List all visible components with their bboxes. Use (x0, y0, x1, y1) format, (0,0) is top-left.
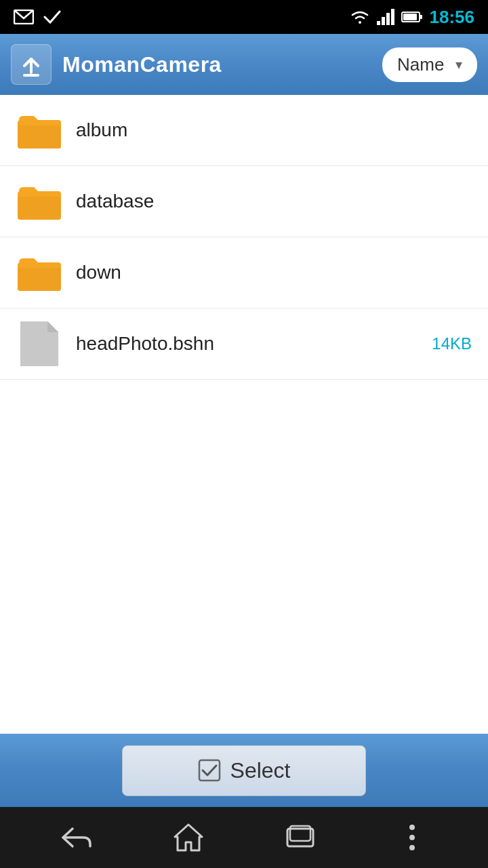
select-button[interactable]: Select (122, 745, 366, 796)
list-item[interactable]: down (0, 237, 488, 309)
svg-marker-11 (47, 321, 58, 332)
sort-dropdown[interactable]: Name ▾ (382, 47, 477, 82)
file-name: database (76, 191, 472, 212)
toolbar: MomanCamera Name ▾ (0, 34, 488, 95)
back-button[interactable] (11, 44, 52, 85)
back-arrow-icon (19, 52, 43, 77)
svg-point-16 (409, 825, 415, 830)
more-options-icon (407, 823, 417, 852)
status-right-icons: 18:56 (350, 7, 475, 28)
list-item[interactable]: album (0, 95, 488, 166)
file-list: album database down hea (0, 95, 488, 734)
svg-marker-13 (175, 825, 202, 850)
email-icon (14, 9, 34, 24)
svg-rect-4 (391, 9, 394, 25)
check-icon (43, 9, 61, 24)
svg-rect-3 (386, 13, 390, 25)
select-checkbox-icon (198, 759, 221, 782)
bottom-bar: Select (0, 734, 488, 807)
home-nav-button[interactable] (161, 817, 216, 858)
svg-rect-6 (420, 15, 422, 19)
chevron-down-icon: ▾ (455, 56, 462, 73)
recents-nav-button[interactable] (273, 817, 327, 858)
file-name: headPhoto.bshn (76, 333, 425, 355)
menu-nav-button[interactable] (385, 817, 439, 858)
folder-icon (16, 178, 62, 224)
toolbar-title: MomanCamera (62, 52, 371, 77)
file-name: album (76, 119, 472, 141)
nav-bar (0, 807, 488, 868)
signal-icon (377, 9, 394, 25)
back-nav-button[interactable] (49, 817, 104, 858)
list-item[interactable]: headPhoto.bshn 14KB (0, 309, 488, 380)
back-nav-icon (60, 825, 93, 850)
svg-point-17 (409, 835, 415, 840)
svg-point-18 (409, 845, 415, 850)
select-label: Select (230, 758, 291, 783)
svg-rect-1 (377, 21, 380, 25)
wifi-icon (350, 9, 370, 25)
sort-label: Name (397, 54, 444, 75)
home-nav-icon (174, 823, 203, 852)
svg-rect-2 (382, 17, 385, 25)
battery-icon (401, 11, 423, 23)
folder-icon (16, 107, 62, 153)
status-time: 18:56 (430, 7, 475, 28)
svg-rect-14 (287, 829, 313, 846)
status-bar: 18:56 (0, 0, 488, 34)
recents-nav-icon (285, 825, 316, 850)
status-left-icons (14, 9, 61, 24)
list-item[interactable]: database (0, 166, 488, 237)
file-name: down (76, 262, 472, 283)
svg-rect-7 (403, 14, 417, 20)
folder-icon (16, 250, 62, 296)
file-icon (16, 321, 62, 367)
file-size: 14KB (432, 334, 472, 353)
